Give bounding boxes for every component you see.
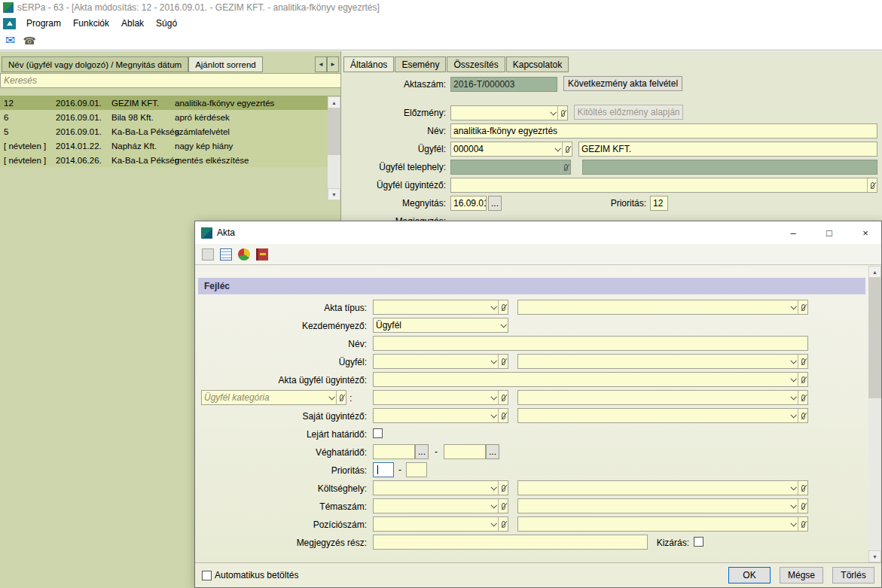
search-input[interactable] — [0, 73, 341, 88]
megse-button[interactable]: Mégse — [780, 567, 823, 583]
maximize-icon[interactable]: □ — [813, 221, 845, 244]
tab-kapcsolatok[interactable]: Kapcsolatok — [506, 56, 569, 72]
prioritas-to-field[interactable] — [406, 462, 427, 477]
torles-button[interactable]: Törlés — [832, 567, 874, 583]
prioritas-field[interactable]: 12 — [650, 196, 668, 211]
list-item[interactable]: 6 2016.09.01. Bila 98 Kft. apró kérdések — [0, 110, 340, 124]
restore-child-icon[interactable] — [3, 18, 16, 29]
dialog-scrollbar[interactable]: ▲ ▼ — [868, 266, 881, 562]
book-icon[interactable] — [256, 248, 268, 260]
menu-ablak[interactable]: Ablak — [115, 17, 150, 30]
paperclip-icon[interactable] — [498, 300, 508, 314]
tab-ajanlott-sorrend[interactable]: Ajánlott sorrend — [188, 56, 263, 72]
list-item[interactable]: [ névtelen ] 2014.06.26. Ka-Ba-La Pékség… — [0, 153, 340, 167]
paperclip-icon[interactable] — [798, 499, 807, 513]
menu-program[interactable]: Program — [20, 17, 67, 30]
paperclip-icon[interactable] — [867, 178, 877, 192]
kovetkezmeny-akta-button[interactable]: Következmény akta felvétel — [563, 76, 682, 91]
megjegyzes-resz-field[interactable] — [373, 535, 648, 550]
kezdemenyezo-combo[interactable]: Ügyfél — [373, 318, 508, 333]
paperclip-icon[interactable] — [498, 355, 508, 368]
lejart-hatarido-checkbox[interactable] — [373, 428, 383, 438]
ugyintezo-combo[interactable] — [450, 178, 877, 193]
megnyitas-field[interactable]: 16.09.01. — [450, 196, 487, 211]
tab-nev-megnyitas[interactable]: Név (ügyfél vagy dolgozó) / Megnyitás dá… — [2, 56, 188, 72]
paperclip-icon[interactable] — [557, 106, 567, 120]
structure-icon[interactable] — [202, 248, 214, 260]
ok-button[interactable]: OK — [728, 567, 771, 583]
veghatarido-to-field[interactable] — [444, 444, 486, 459]
chart-icon[interactable] — [238, 248, 250, 260]
veghatarido-from-more-button[interactable]: ... — [415, 444, 429, 459]
scrollbar-thumb[interactable] — [328, 108, 340, 155]
pozicioszam-name-combo[interactable] — [517, 516, 808, 532]
akta-tipus-combo[interactable] — [373, 300, 508, 315]
kizaras-checkbox[interactable] — [694, 537, 703, 547]
kitoltes-elozmeny-button[interactable]: Kitöltés előzmény alapján — [574, 105, 683, 120]
sajat-ugyintezo-name-combo[interactable] — [517, 408, 808, 423]
veghatarido-from-field[interactable] — [373, 444, 415, 459]
scroll-down-icon[interactable]: ▼ — [868, 550, 881, 562]
minimize-icon[interactable]: – — [777, 221, 809, 244]
paperclip-icon[interactable] — [498, 517, 508, 531]
veghatarido-to-more-button[interactable]: ... — [486, 444, 499, 459]
paperclip-icon[interactable] — [498, 499, 508, 513]
paperclip-icon[interactable] — [560, 160, 570, 174]
list-item[interactable]: 5 2016.09.01. Ka-Ba-La Pékség számlafelv… — [0, 124, 340, 139]
paperclip-icon[interactable] — [798, 391, 807, 404]
table-icon[interactable] — [220, 248, 232, 260]
megnyitas-more-button[interactable]: ... — [488, 196, 502, 211]
tab-scroll-left-icon[interactable]: ◄ — [315, 56, 327, 72]
ugyfel-combo[interactable] — [373, 354, 508, 369]
koltseghely-name-combo[interactable] — [517, 480, 808, 495]
scroll-up-icon[interactable]: ▲ — [868, 266, 881, 278]
nev-field[interactable]: analitika-fkönyv egyezrtés — [450, 123, 877, 139]
telephely-combo[interactable] — [450, 160, 571, 175]
ugyfel-kategoria-combo[interactable]: Ügyfél kategória — [201, 390, 346, 405]
temaszam-combo[interactable] — [373, 498, 508, 513]
auto-betoltes-checkbox[interactable] — [202, 571, 212, 580]
akta-tipus-name-combo[interactable] — [517, 300, 808, 315]
pozicioszam-combo[interactable] — [373, 516, 508, 532]
scrollbar-thumb[interactable] — [868, 278, 881, 398]
telephely-name-field — [582, 160, 877, 175]
nev-field[interactable] — [373, 336, 808, 351]
paperclip-icon[interactable] — [498, 481, 508, 495]
mail-icon[interactable]: ✉ — [5, 35, 15, 47]
paperclip-icon[interactable] — [498, 391, 508, 404]
tab-altalanos[interactable]: Általános — [343, 56, 394, 72]
temaszam-name-combo[interactable] — [517, 498, 808, 513]
list-item[interactable]: 12 2016.09.01. GEZIM KFT. analitika-fkön… — [0, 96, 340, 110]
ugyfel-combo[interactable]: 000004 — [450, 142, 572, 157]
sajat-ugyintezo-combo[interactable] — [373, 408, 508, 423]
elozmeny-combo[interactable] — [450, 105, 568, 120]
close-icon[interactable]: × — [850, 221, 881, 244]
paperclip-icon[interactable] — [336, 391, 346, 404]
list-scrollbar[interactable]: ▲ ▼ — [328, 96, 340, 200]
menu-sugo[interactable]: Súgó — [150, 17, 183, 30]
kategoria-value-combo[interactable] — [373, 390, 508, 405]
paperclip-icon[interactable] — [562, 142, 572, 156]
paperclip-icon[interactable] — [798, 481, 807, 495]
ugyfel-name-combo[interactable] — [517, 354, 808, 369]
app-icon — [3, 2, 14, 13]
koltseghely-combo[interactable] — [373, 480, 508, 495]
scroll-down-icon[interactable]: ▼ — [328, 188, 340, 200]
phone-icon[interactable]: ☎ — [23, 35, 35, 46]
ugyfel-name-field[interactable]: GEZIM KFT. — [578, 142, 877, 157]
kategoria-name-combo[interactable] — [517, 390, 808, 405]
list-item[interactable]: [ névtelen ] 2014.01.22. Napház Kft. nag… — [0, 139, 340, 153]
prioritas-from-field[interactable] — [373, 462, 394, 477]
paperclip-icon[interactable] — [798, 355, 807, 368]
menu-funkciok[interactable]: Funkciók — [67, 17, 115, 30]
paperclip-icon[interactable] — [798, 300, 807, 314]
akta-ugyfel-ugyintezo-combo[interactable] — [373, 372, 808, 387]
tab-scroll-right-icon[interactable]: ► — [327, 56, 339, 72]
scroll-up-icon[interactable]: ▲ — [328, 96, 340, 108]
tab-esemeny[interactable]: Esemény — [395, 56, 446, 72]
paperclip-icon[interactable] — [498, 409, 508, 422]
paperclip-icon[interactable] — [798, 409, 807, 422]
tab-osszesites[interactable]: Összesítés — [447, 56, 505, 72]
paperclip-icon[interactable] — [798, 517, 807, 531]
paperclip-icon[interactable] — [798, 373, 807, 386]
